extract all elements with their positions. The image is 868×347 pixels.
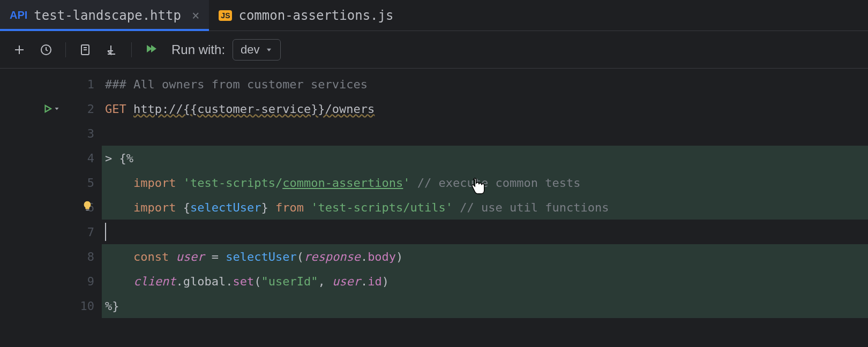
- svg-marker-9: [266, 48, 271, 51]
- code-line-6[interactable]: import {selectUser} from 'test-scripts/u…: [102, 195, 868, 220]
- code-line-5[interactable]: import 'test-scripts/common-assertions' …: [102, 170, 868, 195]
- tab-bar: API test-landscape.http × JS common-asse…: [0, 0, 868, 31]
- code-area[interactable]: ### All owners from customer services GE…: [102, 69, 868, 347]
- svg-marker-10: [46, 105, 51, 112]
- code-line-9[interactable]: client.global.set("userId", user.id): [102, 269, 868, 293]
- history-button[interactable]: [36, 40, 56, 59]
- line-number: 1: [73, 78, 94, 91]
- api-file-icon: API: [10, 9, 27, 21]
- svg-rect-12: [86, 209, 89, 210]
- close-icon[interactable]: ×: [192, 8, 199, 23]
- line-number: 4: [73, 152, 94, 165]
- run-with-label: Run with:: [171, 42, 225, 57]
- add-request-button[interactable]: [10, 40, 29, 59]
- import-link-common-assertions[interactable]: common-assertions: [282, 176, 403, 190]
- separator: [65, 42, 66, 57]
- gutter: 1 2 3 4 5 6 7 8 9 10: [0, 69, 102, 347]
- code-line-8[interactable]: const user = selectUser(response.body): [102, 244, 868, 269]
- code-line-1[interactable]: ### All owners from customer services: [102, 72, 868, 96]
- environment-dropdown[interactable]: dev: [233, 39, 280, 61]
- svg-marker-11: [55, 108, 59, 110]
- tab-label: common-assertions.js: [238, 8, 393, 23]
- line-number: 7: [73, 225, 94, 239]
- line-number: 2: [73, 102, 94, 116]
- tab-test-landscape[interactable]: API test-landscape.http ×: [0, 0, 209, 31]
- line-number: 3: [73, 127, 94, 140]
- line-number: 8: [73, 250, 94, 263]
- intention-bulb-icon[interactable]: [81, 200, 93, 215]
- run-request-gutter-icon[interactable]: [43, 104, 60, 114]
- js-file-icon: JS: [219, 10, 232, 21]
- line-number: 9: [73, 275, 94, 288]
- code-line-7[interactable]: [102, 220, 868, 244]
- tab-common-assertions[interactable]: JS common-assertions.js: [209, 0, 403, 31]
- editor-toolbar: Run with: dev: [0, 31, 868, 69]
- code-line-10[interactable]: %}: [102, 293, 868, 318]
- code-line-2[interactable]: GET http://{{customer-service}}/owners: [102, 96, 868, 121]
- line-number: 10: [73, 299, 94, 313]
- environment-value: dev: [241, 43, 259, 57]
- line-number: 5: [73, 176, 94, 190]
- separator: [131, 42, 132, 57]
- chevron-down-icon: [54, 105, 60, 112]
- svg-marker-8: [151, 45, 156, 52]
- examples-button[interactable]: [76, 40, 95, 59]
- tab-label: test-landscape.http: [34, 8, 181, 23]
- code-line-3[interactable]: [102, 121, 868, 146]
- chevron-down-icon: [265, 46, 273, 54]
- run-all-button[interactable]: [141, 40, 161, 59]
- import-button[interactable]: [102, 40, 122, 59]
- code-editor[interactable]: 1 2 3 4 5 6 7 8 9 10 ### All owners from…: [0, 69, 868, 347]
- text-caret: [105, 223, 106, 241]
- code-line-4[interactable]: > {%: [102, 146, 868, 170]
